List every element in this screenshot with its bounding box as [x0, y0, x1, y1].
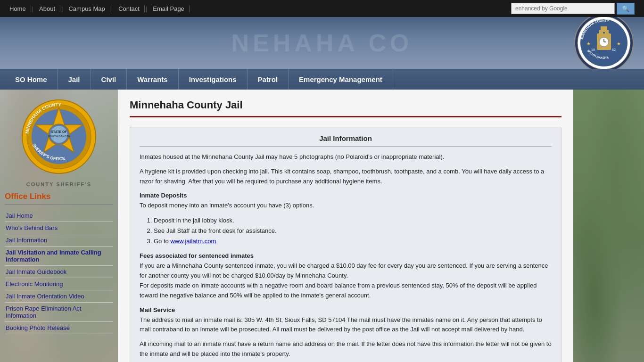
main-content-area: STATE OF SOUTH DAKOTA MINNEHAHA COUNTY S…: [0, 90, 644, 362]
sidebar-jail-inmate-guidebook[interactable]: Jail Inmate Guidebook: [5, 266, 113, 278]
jail-info-box: Jail Information Inmates housed at the M…: [130, 127, 561, 362]
para-photos: Inmates housed at the Minnehaha County J…: [140, 152, 552, 162]
svg-text:★: ★: [586, 41, 591, 46]
sidebar-whos-behind-bars[interactable]: Who's Behind Bars: [5, 222, 113, 234]
nav-investigations[interactable]: Investigations: [179, 69, 248, 90]
top-nav-home[interactable]: Home: [9, 5, 31, 12]
nav-warrants[interactable]: Warrants: [127, 69, 178, 90]
sidebar-prison-rape-elimination[interactable]: Prison Rape Elimination Act Information: [5, 303, 113, 322]
svg-text:18: 18: [591, 48, 595, 51]
fees-heading: Fees associated for sentenced inmates: [140, 252, 552, 259]
svg-text:SOUTH DAKOTA: SOUTH DAKOTA: [48, 135, 70, 138]
top-nav-contact[interactable]: Contact: [114, 5, 145, 12]
mail-text-2: All incoming mail to an inmate must have…: [140, 339, 552, 359]
nav-patrol[interactable]: Patrol: [248, 69, 289, 90]
top-nav-about[interactable]: About: [34, 5, 60, 12]
deposit-option-1: Deposit in the jail lobby kiosk.: [154, 215, 552, 226]
sheriff-badge: STATE OF SOUTH DAKOTA MINNEHAHA COUNTY S…: [21, 99, 97, 174]
county-seal: MINNEHAHA COUNTY SOUTH DAKOTA 18 62 ★ ★: [573, 17, 635, 69]
deposit-option-2: See Jail Staff at the front desk for ass…: [154, 226, 552, 236]
fees-text: If you are a Minnehaha County sentenced …: [140, 261, 552, 300]
jailatm-link[interactable]: www.jailatm.com: [170, 238, 216, 245]
nav-jail[interactable]: Jail: [58, 69, 91, 90]
inmate-deposits-heading: Inmate Deposits: [140, 192, 552, 199]
office-links-title: Office Links: [5, 192, 113, 205]
right-sidebar-decoration: [573, 90, 644, 362]
svg-text:STATE OF: STATE OF: [51, 130, 67, 133]
search-input[interactable]: [511, 3, 615, 14]
sidebar-jail-inmate-orientation-video[interactable]: Jail Inmate Orientation Video: [5, 290, 113, 303]
mail-heading: Mail Service: [140, 306, 552, 313]
page-title: Minnehaha County Jail: [130, 99, 561, 117]
mail-text-1: The address to mail an inmate mail is: 3…: [140, 315, 552, 335]
para-hygiene: A hygiene kit is provided upon checking …: [140, 167, 552, 187]
svg-text:62: 62: [612, 48, 616, 51]
main-navigation: SO Home Jail Civil Warrants Investigatio…: [0, 69, 644, 90]
deposit-option-3: Go to www.jailatm.com: [154, 236, 552, 247]
nav-emergency-management[interactable]: Emergency Management: [289, 69, 393, 90]
section-title: Jail Information: [140, 134, 552, 147]
nav-so-home[interactable]: SO Home: [5, 69, 58, 90]
page-content: Minnehaha County Jail Jail Information I…: [118, 90, 573, 362]
top-navigation-bar: Home | About | Campus Map | Contact | Em…: [0, 0, 644, 17]
svg-rect-6: [601, 26, 607, 32]
top-nav-email-page[interactable]: Email Page: [148, 5, 189, 12]
sidebar-jail-information[interactable]: Jail Information: [5, 234, 113, 247]
banner-watermark: NEHAHA CO: [231, 29, 413, 57]
deposit-options-list: Deposit in the jail lobby kiosk. See Jai…: [154, 215, 552, 247]
top-nav-campus-map[interactable]: Campus Map: [64, 5, 110, 12]
search-area: 🔍: [511, 3, 635, 15]
sidebar-jail-home[interactable]: Jail Home: [5, 210, 113, 222]
left-sidebar: STATE OF SOUTH DAKOTA MINNEHAHA COUNTY S…: [0, 90, 118, 362]
sidebar-jail-visitation[interactable]: Jail Visitation and Inmate Calling Infor…: [5, 247, 113, 266]
svg-text:★: ★: [617, 41, 621, 46]
sidebar-booking-photo-release[interactable]: Booking Photo Release: [5, 322, 113, 334]
sidebar-electronic-monitoring[interactable]: Electronic Monitoring: [5, 278, 113, 290]
sheriff-text-overlay: COUNTY SHERIFF'S: [5, 181, 113, 187]
banner: NEHAHA CO MINNEHAHA COUNTY: [0, 17, 644, 69]
svg-point-21: [50, 126, 67, 143]
nav-civil[interactable]: Civil: [91, 69, 127, 90]
inmate-deposits-intro: To deposit money into an inmate's accoun…: [140, 201, 552, 211]
search-button[interactable]: 🔍: [617, 3, 635, 15]
